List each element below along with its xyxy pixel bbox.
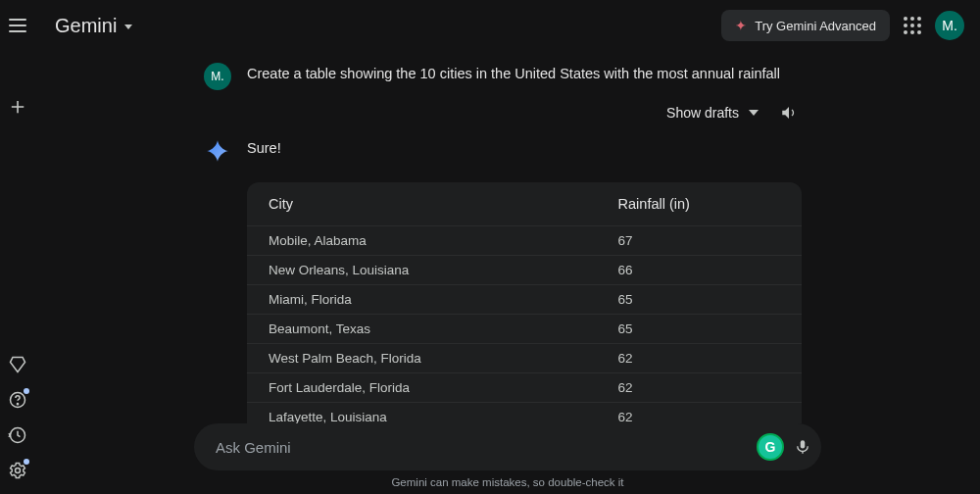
header: Gemini ✦ Try Gemini Advanced M.: [35, 0, 980, 51]
brand-dropdown[interactable]: Gemini: [55, 15, 132, 37]
left-rail: ＋: [0, 0, 35, 494]
cell-city: West Palm Beach, Florida: [247, 344, 597, 373]
input-bar: G: [194, 423, 821, 470]
brand-name: Gemini: [55, 15, 117, 37]
cell-rainfall: 65: [597, 315, 802, 344]
table-row: West Palm Beach, Florida62: [247, 344, 802, 373]
history-icon[interactable]: [8, 425, 27, 445]
chevron-down-icon: [124, 25, 132, 29]
prompt-input[interactable]: [216, 439, 757, 456]
table-card: City Rainfall (in) Mobile, Alabama67New …: [247, 182, 802, 461]
avatar[interactable]: M.: [935, 11, 964, 40]
try-advanced-label: Try Gemini Advanced: [755, 19, 876, 33]
ai-message: Sure!: [204, 135, 802, 165]
try-advanced-button[interactable]: ✦ Try Gemini Advanced: [721, 10, 890, 41]
apps-icon[interactable]: [904, 17, 921, 34]
cell-city: Mobile, Alabama: [247, 226, 597, 256]
cell-rainfall: 62: [597, 373, 802, 403]
settings-icon[interactable]: [8, 461, 27, 480]
table-row: Miami, Florida65: [247, 285, 802, 315]
sparkle-icon: ✦: [735, 18, 747, 33]
user-avatar: M.: [204, 63, 231, 90]
ai-text: Sure!: [247, 135, 802, 165]
table-row: Fort Lauderdale, Florida62: [247, 373, 802, 403]
new-chat-button[interactable]: ＋: [6, 94, 29, 118]
svg-point-1: [17, 404, 18, 405]
disclaimer: Gemini can make mistakes, so double-chec…: [194, 476, 821, 488]
cell-city: Miami, Florida: [247, 285, 597, 315]
mic-icon[interactable]: [794, 438, 811, 456]
table-row: Mobile, Alabama67: [247, 226, 802, 256]
cell-rainfall: 67: [597, 226, 802, 256]
cell-rainfall: 65: [597, 285, 802, 315]
cell-rainfall: 66: [597, 256, 802, 285]
gem-icon[interactable]: [8, 355, 27, 374]
col-rainfall: Rainfall (in): [597, 182, 802, 226]
grammarly-icon[interactable]: G: [757, 433, 784, 461]
menu-icon[interactable]: [8, 16, 27, 35]
show-drafts-label: Show drafts: [666, 105, 739, 121]
user-text: Create a table showing the 10 cities in …: [247, 61, 802, 90]
svg-point-2: [16, 469, 21, 473]
cell-city: Beaumont, Texas: [247, 315, 597, 344]
ai-avatar: [204, 137, 231, 165]
cell-city: New Orleans, Louisiana: [247, 256, 597, 285]
gemini-sparkle-icon: [205, 138, 230, 164]
user-message: M. Create a table showing the 10 cities …: [204, 61, 802, 90]
chevron-down-icon: [749, 110, 759, 116]
col-city: City: [247, 182, 597, 226]
cell-city: Fort Lauderdale, Florida: [247, 373, 597, 403]
speaker-icon[interactable]: [780, 104, 798, 122]
cell-rainfall: 62: [597, 344, 802, 373]
rainfall-table: City Rainfall (in) Mobile, Alabama67New …: [247, 182, 802, 461]
help-icon[interactable]: [8, 390, 27, 410]
show-drafts-button[interactable]: Show drafts: [666, 105, 759, 121]
table-row: Beaumont, Texas65: [247, 315, 802, 344]
table-row: New Orleans, Louisiana66: [247, 256, 802, 285]
